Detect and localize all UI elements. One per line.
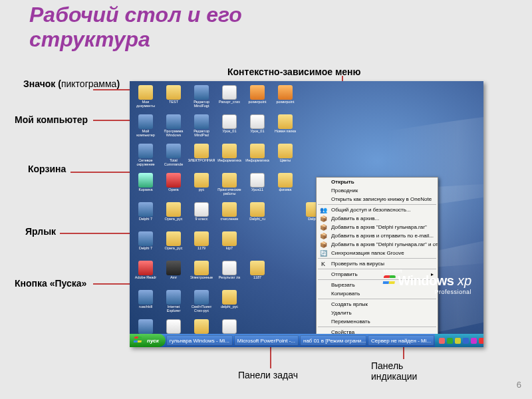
label-context-menu: Контекстно-зависимое меню xyxy=(227,66,360,77)
desktop-icon[interactable]: Delphi 7 xyxy=(132,201,159,229)
menu-item-icon: 📦 xyxy=(319,232,327,240)
desktop-icon[interactable]: Amr xyxy=(160,259,187,287)
context-menu-item[interactable]: Переименовать xyxy=(317,317,438,326)
context-menu-item[interactable]: Открыть xyxy=(317,178,438,186)
desktop-icon[interactable]: 9 класс xyxy=(188,201,215,229)
doc-icon xyxy=(250,173,265,188)
page-number: 6 xyxy=(517,380,521,390)
desktop-icon[interactable]: Opera_рус xyxy=(160,201,187,229)
desktop-icon[interactable]: Практические работы xyxy=(216,172,243,200)
app-icon xyxy=(138,319,153,334)
desktop-icon-label: Amr xyxy=(170,276,177,280)
tray-icon[interactable] xyxy=(447,338,453,344)
folder-icon xyxy=(138,85,153,100)
menu-item-label: Добавить в архив "Delphi гульнара.rar" и… xyxy=(331,241,438,247)
tray-icon[interactable] xyxy=(479,338,483,344)
taskbar-task[interactable]: Microsoft PowerPoint -... xyxy=(234,335,299,346)
context-menu-item[interactable]: 👥Общий доступ и безопасность... xyxy=(317,205,438,214)
taskbar-task[interactable]: Сервер не найден - Mi... xyxy=(368,335,434,346)
context-menu-item[interactable]: Проводник xyxy=(317,186,438,195)
desktop-icon[interactable]: Программа Windows xyxy=(160,113,187,141)
desktop-icon-label: Корзина xyxy=(139,188,153,192)
taskbar-task[interactable]: наб 01 в [Режим ограни... xyxy=(300,335,366,346)
desktop-icon[interactable]: Урок11 xyxy=(244,172,271,200)
tray-icon[interactable] xyxy=(471,338,477,344)
desktop-icon[interactable]: Результат za xyxy=(216,259,243,287)
context-menu-item[interactable]: 📦Добавить в архив и отправить по e-mail.… xyxy=(317,231,438,240)
desktop-icon[interactable]: счисление xyxy=(216,201,243,229)
desktop-icon[interactable]: СкейтПоинт Стих-рус xyxy=(188,289,215,317)
desktop-icon-label: 1187 xyxy=(253,276,261,280)
desktop-icon[interactable]: ЭЛЕКТРОННАЯ xyxy=(188,142,215,170)
desktop-icon[interactable]: 1179 xyxy=(188,230,215,258)
desktop-icon-label: СкейтПоинт Стих-рус xyxy=(188,305,215,313)
callout-line xyxy=(60,233,134,234)
desktop-icon-label: Электронные xyxy=(190,276,213,280)
desktop-icon[interactable]: Delphi 7 xyxy=(132,230,159,258)
desktop-icon[interactable]: roachkill xyxy=(132,289,159,317)
desktop-icon-label: Opera xyxy=(168,188,178,192)
label-shortcut: Ярлык xyxy=(25,226,56,237)
desktop-icon[interactable]: Total Commande xyxy=(160,142,187,170)
app-icon xyxy=(166,144,181,158)
desktop-icon-label: Мои документы xyxy=(132,100,159,108)
desktop-icon[interactable]: powerpoint xyxy=(272,84,299,112)
desktop-icon[interactable]: Adobe Readr xyxy=(132,259,159,287)
start-button[interactable]: пуск xyxy=(130,334,166,347)
desktop-icon[interactable]: Урок_01 xyxy=(216,113,243,141)
desktop-icon[interactable]: Internet Explorer xyxy=(160,289,187,317)
context-menu[interactable]: ОткрытьПроводникОткрыть как записную кни… xyxy=(316,177,438,337)
desktop-icon[interactable]: рус xyxy=(188,172,215,200)
folder-icon xyxy=(222,144,237,158)
desktop-icon[interactable]: Редактор MindPad xyxy=(188,113,215,141)
tray-icon[interactable] xyxy=(463,338,469,344)
desktop-icon[interactable]: Сетевое окружение xyxy=(132,142,159,170)
context-menu-item[interactable]: 📦Добавить в архив... xyxy=(317,214,438,223)
desktop-icon[interactable]: Информатика xyxy=(216,142,243,170)
desktop-icon[interactable]: Цветы xyxy=(272,142,299,170)
menu-item-label: Синхронизация папок Groove xyxy=(331,250,404,256)
desktop-icon[interactable]: физика xyxy=(272,172,299,200)
desktop-icon[interactable]: delphi_рус xyxy=(216,289,243,317)
context-menu-item[interactable]: KПроверить на вирусы xyxy=(317,259,438,268)
menu-item-icon: 📦 xyxy=(319,223,327,231)
folder-icon xyxy=(194,173,209,188)
taskbar-task[interactable]: гульнара Windows - Mi... xyxy=(166,335,233,346)
callout-line xyxy=(93,89,130,90)
desktop-icon[interactable]: Opera xyxy=(160,172,187,200)
folder-icon xyxy=(222,173,237,188)
tray-icon[interactable] xyxy=(439,338,445,344)
desktop-icon[interactable]: Редактор MindFogt xyxy=(188,84,215,112)
desktop-icon[interactable]: Урок_01 xyxy=(244,113,271,141)
desktop-icon[interactable]: kip7 xyxy=(216,230,243,258)
doc-icon xyxy=(222,261,237,275)
system-tray[interactable]: 11:36 xyxy=(435,334,483,347)
desktop-icon[interactable]: Информатика xyxy=(244,142,271,170)
context-menu-item[interactable]: Удалить xyxy=(317,309,438,317)
context-menu-item[interactable]: Открыть как записную книжку в OneNote xyxy=(317,195,438,203)
context-menu-item[interactable]: 📦Добавить в архив "Delphi гульнара.rar" … xyxy=(317,240,438,249)
desktop-icon[interactable]: Рапорт_стих xyxy=(216,84,243,112)
desktop-icon[interactable]: Delphi_ru xyxy=(244,201,271,229)
menu-item-label: Добавить в архив и отправить по e-mail..… xyxy=(331,233,434,239)
desktop-icon-label: рус xyxy=(199,188,204,192)
desktop-icon[interactable]: powerpoint xyxy=(244,84,271,112)
desktop-icon[interactable]: Мои документы xyxy=(132,84,159,112)
context-menu-item[interactable]: 🔄Синхронизация папок Groove xyxy=(317,249,438,257)
desktop-icon[interactable]: TEST xyxy=(160,84,187,112)
desktop-icon[interactable]: Opera_рус xyxy=(160,230,187,258)
desktop-icon[interactable]: Корзина xyxy=(132,172,159,200)
folder-icon xyxy=(222,202,237,217)
tray-icon[interactable] xyxy=(455,338,461,344)
desktop-icon[interactable]: Электронные xyxy=(188,259,215,287)
menu-item-label: Отправить xyxy=(331,271,358,277)
context-menu-item[interactable]: 📦Добавить в архив "Delphi гульнара.rar" xyxy=(317,223,438,231)
desktop-icon[interactable]: 1187 xyxy=(244,259,271,287)
context-menu-item[interactable]: Создать ярлык xyxy=(317,300,438,309)
desktop-icon-label: Урок_01 xyxy=(251,130,265,134)
desktop-icon-label: Opera_рус xyxy=(165,247,183,251)
desktop-icon[interactable]: Новая папка xyxy=(272,113,299,141)
folder-icon xyxy=(194,144,209,158)
desktop-icon-label: ЭЛЕКТРОННАЯ xyxy=(188,159,215,163)
desktop-icon[interactable]: Мой компьютер xyxy=(132,113,159,141)
